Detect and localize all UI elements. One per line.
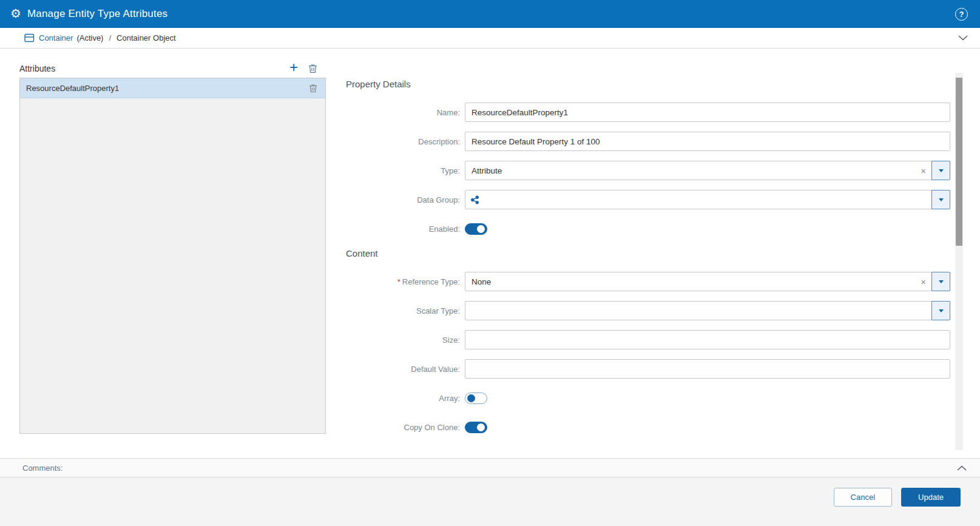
default-value-input[interactable] — [465, 359, 950, 379]
array-toggle[interactable] — [465, 393, 487, 404]
scrollbar-thumb[interactable] — [956, 78, 962, 246]
reference-type-dropdown-button[interactable] — [931, 272, 950, 291]
reference-type-input[interactable] — [465, 272, 915, 291]
attributes-header: Attributes + — [19, 49, 326, 78]
list-item[interactable]: ResourceDefaultProperty1 — [20, 78, 325, 98]
delete-attribute-button[interactable] — [308, 64, 317, 73]
breadcrumb-entity-link[interactable]: Container — [39, 33, 73, 42]
chevron-up-icon[interactable] — [957, 465, 967, 471]
data-group-combobox — [465, 190, 950, 209]
type-row: Type: × — [346, 161, 950, 180]
size-label: Size: — [346, 335, 465, 345]
add-attribute-button[interactable]: + — [289, 61, 298, 73]
page-title: Manage Entity Type Attributes — [27, 8, 167, 20]
caret-down-icon — [939, 169, 944, 172]
data-group-label: Data Group: — [346, 195, 465, 204]
toggle-knob — [477, 225, 485, 233]
breadcrumb: Container (Active) / Container Object — [0, 28, 980, 49]
vertical-scrollbar[interactable] — [955, 73, 963, 450]
default-value-label: Default Value: — [346, 365, 465, 374]
description-row: Description: — [346, 132, 950, 151]
reference-type-combobox: × — [465, 272, 950, 291]
name-input[interactable] — [465, 103, 950, 122]
gear-icon: ⚙ — [10, 7, 21, 19]
type-input[interactable] — [465, 161, 915, 180]
content-heading: Content — [346, 248, 950, 258]
reference-type-row: *Reference Type: × — [346, 272, 950, 291]
caret-down-icon — [939, 198, 944, 201]
row-delete-icon[interactable] — [309, 84, 317, 93]
size-input[interactable] — [465, 330, 950, 349]
property-details-panel: Property Details Name: Description: Type… — [346, 49, 980, 458]
property-details-heading: Property Details — [346, 79, 950, 89]
enabled-row: Enabled: — [346, 219, 950, 238]
array-row: Array: — [346, 388, 950, 408]
copy-on-clone-toggle[interactable] — [465, 422, 487, 433]
container-icon — [24, 33, 35, 42]
attribute-name: ResourceDefaultProperty1 — [26, 84, 119, 93]
attributes-title: Attributes — [19, 64, 55, 73]
reference-type-clear-icon[interactable]: × — [915, 277, 931, 286]
scalar-type-dropdown-button[interactable] — [931, 301, 950, 320]
manage-entity-type-attributes-window: ⚙ Manage Entity Type Attributes ? Contai… — [0, 0, 980, 526]
reference-type-label: *Reference Type: — [346, 277, 465, 286]
data-group-row: Data Group: — [346, 190, 950, 209]
copy-on-clone-row: Copy On Clone: — [346, 417, 950, 437]
data-group-share-icon — [465, 195, 479, 204]
comments-section: Comments: — [0, 458, 980, 477]
scalar-type-label: Scalar Type: — [346, 306, 465, 315]
breadcrumb-separator: / — [109, 33, 111, 42]
scalar-type-input[interactable] — [465, 302, 931, 320]
type-combobox: × — [465, 161, 950, 180]
breadcrumb-status: (Active) — [76, 33, 103, 42]
comments-label: Comments: — [22, 464, 63, 473]
attributes-list: ResourceDefaultProperty1 — [19, 78, 326, 434]
caret-down-icon — [939, 280, 944, 283]
scalar-type-combobox — [465, 301, 950, 320]
main-content: Attributes + ResourceDefaultProperty1 Pr… — [0, 49, 980, 458]
chevron-down-icon[interactable] — [958, 35, 968, 41]
name-label: Name: — [346, 108, 465, 117]
toggle-knob — [477, 423, 485, 431]
enabled-toggle[interactable] — [465, 223, 487, 235]
default-value-row: Default Value: — [346, 359, 950, 379]
cancel-button[interactable]: Cancel — [834, 488, 892, 507]
name-row: Name: — [346, 103, 950, 122]
update-button[interactable]: Update — [901, 488, 961, 507]
size-row: Size: — [346, 330, 950, 349]
breadcrumb-current: Container Object — [117, 33, 176, 42]
attributes-panel: Attributes + ResourceDefaultProperty1 — [19, 49, 326, 458]
type-clear-icon[interactable]: × — [915, 166, 931, 175]
description-label: Description: — [346, 137, 465, 146]
help-icon[interactable]: ? — [955, 8, 968, 21]
caret-down-icon — [939, 309, 944, 312]
description-input[interactable] — [465, 132, 950, 151]
enabled-label: Enabled: — [346, 224, 465, 234]
type-label: Type: — [346, 166, 465, 175]
scalar-type-row: Scalar Type: — [346, 301, 950, 320]
data-group-input[interactable] — [479, 191, 931, 209]
copy-on-clone-label: Copy On Clone: — [346, 423, 465, 432]
required-asterisk: * — [397, 277, 400, 286]
array-label: Array: — [346, 394, 465, 403]
title-bar: ⚙ Manage Entity Type Attributes ? — [0, 0, 980, 28]
footer-action-bar: Cancel Update — [0, 477, 980, 526]
data-group-dropdown-button[interactable] — [931, 190, 950, 209]
type-dropdown-button[interactable] — [931, 161, 950, 180]
toggle-knob — [467, 394, 475, 402]
